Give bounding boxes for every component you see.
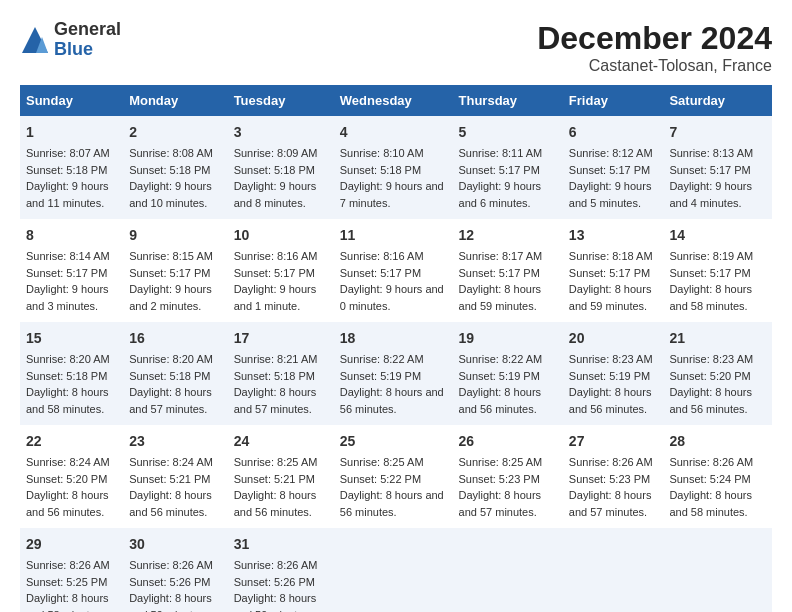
calendar-cell: 10Sunrise: 8:16 AMSunset: 5:17 PMDayligh… — [228, 219, 334, 322]
calendar-cell: 27Sunrise: 8:26 AMSunset: 5:23 PMDayligh… — [563, 425, 664, 528]
sunrise-label: Sunrise: 8:18 AM — [569, 250, 653, 262]
day-number: 22 — [26, 431, 117, 452]
sunset-label: Sunset: 5:17 PM — [569, 164, 650, 176]
day-number: 6 — [569, 122, 658, 143]
sunset-label: Sunset: 5:24 PM — [669, 473, 750, 485]
calendar-cell: 28Sunrise: 8:26 AMSunset: 5:24 PMDayligh… — [663, 425, 772, 528]
daylight-label: Daylight: 9 hours and 11 minutes. — [26, 180, 109, 209]
daylight-label: Daylight: 9 hours and 7 minutes. — [340, 180, 444, 209]
day-number: 31 — [234, 534, 328, 555]
day-number: 7 — [669, 122, 766, 143]
weekday-header-saturday: Saturday — [663, 85, 772, 116]
sunrise-label: Sunrise: 8:25 AM — [234, 456, 318, 468]
week-row-2: 8Sunrise: 8:14 AMSunset: 5:17 PMDaylight… — [20, 219, 772, 322]
sunrise-label: Sunrise: 8:11 AM — [459, 147, 543, 159]
page-subtitle: Castanet-Tolosan, France — [537, 57, 772, 75]
sunrise-label: Sunrise: 8:21 AM — [234, 353, 318, 365]
calendar-cell: 16Sunrise: 8:20 AMSunset: 5:18 PMDayligh… — [123, 322, 227, 425]
daylight-label: Daylight: 8 hours and 59 minutes. — [129, 592, 212, 612]
sunrise-label: Sunrise: 8:22 AM — [459, 353, 543, 365]
daylight-label: Daylight: 8 hours and 59 minutes. — [459, 283, 542, 312]
daylight-label: Daylight: 9 hours and 1 minute. — [234, 283, 317, 312]
sunset-label: Sunset: 5:17 PM — [459, 164, 540, 176]
sunset-label: Sunset: 5:17 PM — [129, 267, 210, 279]
sunrise-label: Sunrise: 8:26 AM — [569, 456, 653, 468]
day-number: 13 — [569, 225, 658, 246]
daylight-label: Daylight: 8 hours and 56 minutes. — [340, 386, 444, 415]
daylight-label: Daylight: 8 hours and 57 minutes. — [129, 386, 212, 415]
calendar-cell: 1Sunrise: 8:07 AMSunset: 5:18 PMDaylight… — [20, 116, 123, 219]
weekday-header-tuesday: Tuesday — [228, 85, 334, 116]
day-number: 3 — [234, 122, 328, 143]
sunrise-label: Sunrise: 8:08 AM — [129, 147, 213, 159]
sunset-label: Sunset: 5:20 PM — [669, 370, 750, 382]
sunrise-label: Sunrise: 8:10 AM — [340, 147, 424, 159]
logo: General Blue — [20, 20, 121, 60]
sunrise-label: Sunrise: 8:20 AM — [129, 353, 213, 365]
sunrise-label: Sunrise: 8:14 AM — [26, 250, 110, 262]
logo-general: General — [54, 20, 121, 40]
daylight-label: Daylight: 8 hours and 56 minutes. — [26, 489, 109, 518]
calendar-cell: 18Sunrise: 8:22 AMSunset: 5:19 PMDayligh… — [334, 322, 453, 425]
daylight-label: Daylight: 8 hours and 56 minutes. — [669, 386, 752, 415]
calendar-cell: 22Sunrise: 8:24 AMSunset: 5:20 PMDayligh… — [20, 425, 123, 528]
calendar-cell: 26Sunrise: 8:25 AMSunset: 5:23 PMDayligh… — [453, 425, 563, 528]
sunset-label: Sunset: 5:18 PM — [234, 164, 315, 176]
sunset-label: Sunset: 5:21 PM — [234, 473, 315, 485]
calendar-cell: 13Sunrise: 8:18 AMSunset: 5:17 PMDayligh… — [563, 219, 664, 322]
calendar-cell: 8Sunrise: 8:14 AMSunset: 5:17 PMDaylight… — [20, 219, 123, 322]
sunrise-label: Sunrise: 8:20 AM — [26, 353, 110, 365]
week-row-5: 29Sunrise: 8:26 AMSunset: 5:25 PMDayligh… — [20, 528, 772, 612]
sunrise-label: Sunrise: 8:25 AM — [459, 456, 543, 468]
calendar-cell: 24Sunrise: 8:25 AMSunset: 5:21 PMDayligh… — [228, 425, 334, 528]
daylight-label: Daylight: 8 hours and 58 minutes. — [669, 283, 752, 312]
calendar-cell: 4Sunrise: 8:10 AMSunset: 5:18 PMDaylight… — [334, 116, 453, 219]
day-number: 18 — [340, 328, 447, 349]
calendar-header-row: SundayMondayTuesdayWednesdayThursdayFrid… — [20, 85, 772, 116]
weekday-header-friday: Friday — [563, 85, 664, 116]
daylight-label: Daylight: 8 hours and 59 minutes. — [569, 283, 652, 312]
day-number: 27 — [569, 431, 658, 452]
calendar-cell — [663, 528, 772, 612]
sunrise-label: Sunrise: 8:22 AM — [340, 353, 424, 365]
day-number: 16 — [129, 328, 221, 349]
calendar-cell: 11Sunrise: 8:16 AMSunset: 5:17 PMDayligh… — [334, 219, 453, 322]
day-number: 29 — [26, 534, 117, 555]
weekday-header-wednesday: Wednesday — [334, 85, 453, 116]
calendar-cell — [334, 528, 453, 612]
day-number: 19 — [459, 328, 557, 349]
sunrise-label: Sunrise: 8:26 AM — [669, 456, 753, 468]
sunrise-label: Sunrise: 8:12 AM — [569, 147, 653, 159]
sunset-label: Sunset: 5:25 PM — [26, 576, 107, 588]
sunrise-label: Sunrise: 8:25 AM — [340, 456, 424, 468]
weekday-header-sunday: Sunday — [20, 85, 123, 116]
daylight-label: Daylight: 9 hours and 8 minutes. — [234, 180, 317, 209]
calendar-cell: 17Sunrise: 8:21 AMSunset: 5:18 PMDayligh… — [228, 322, 334, 425]
daylight-label: Daylight: 8 hours and 57 minutes. — [234, 386, 317, 415]
calendar-cell: 14Sunrise: 8:19 AMSunset: 5:17 PMDayligh… — [663, 219, 772, 322]
daylight-label: Daylight: 9 hours and 0 minutes. — [340, 283, 444, 312]
weekday-header-monday: Monday — [123, 85, 227, 116]
daylight-label: Daylight: 8 hours and 58 minutes. — [26, 592, 109, 612]
day-number: 15 — [26, 328, 117, 349]
calendar-cell: 2Sunrise: 8:08 AMSunset: 5:18 PMDaylight… — [123, 116, 227, 219]
calendar-cell: 9Sunrise: 8:15 AMSunset: 5:17 PMDaylight… — [123, 219, 227, 322]
day-number: 1 — [26, 122, 117, 143]
sunset-label: Sunset: 5:20 PM — [26, 473, 107, 485]
sunset-label: Sunset: 5:18 PM — [26, 164, 107, 176]
sunrise-label: Sunrise: 8:26 AM — [26, 559, 110, 571]
calendar-cell — [563, 528, 664, 612]
daylight-label: Daylight: 9 hours and 2 minutes. — [129, 283, 212, 312]
day-number: 5 — [459, 122, 557, 143]
sunset-label: Sunset: 5:17 PM — [569, 267, 650, 279]
calendar-cell: 25Sunrise: 8:25 AMSunset: 5:22 PMDayligh… — [334, 425, 453, 528]
daylight-label: Daylight: 8 hours and 56 minutes. — [569, 386, 652, 415]
calendar-cell: 31Sunrise: 8:26 AMSunset: 5:26 PMDayligh… — [228, 528, 334, 612]
sunrise-label: Sunrise: 8:19 AM — [669, 250, 753, 262]
day-number: 9 — [129, 225, 221, 246]
day-number: 11 — [340, 225, 447, 246]
sunset-label: Sunset: 5:18 PM — [26, 370, 107, 382]
calendar-cell: 3Sunrise: 8:09 AMSunset: 5:18 PMDaylight… — [228, 116, 334, 219]
day-number: 21 — [669, 328, 766, 349]
sunset-label: Sunset: 5:26 PM — [129, 576, 210, 588]
